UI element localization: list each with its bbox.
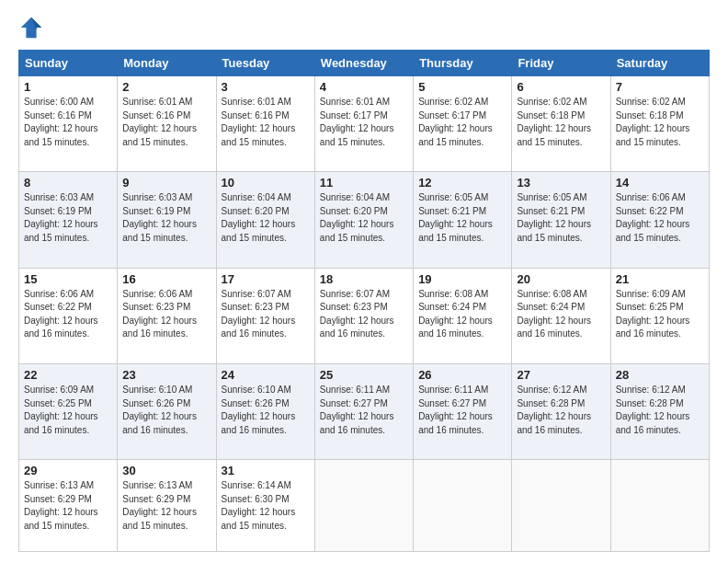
day-number: 2 (122, 80, 210, 94)
day-number: 30 (122, 464, 210, 477)
day-number: 28 (616, 368, 704, 382)
day-number: 13 (517, 176, 605, 190)
day-number: 3 (222, 80, 310, 94)
calendar-cell: 25Sunrise: 6:11 AMSunset: 6:27 PMDayligh… (314, 364, 413, 460)
day-info: Sunrise: 6:04 AMSunset: 6:20 PMDaylight:… (320, 191, 408, 245)
day-info: Sunrise: 6:09 AMSunset: 6:25 PMDaylight:… (24, 384, 112, 437)
day-number: 17 (222, 272, 310, 286)
calendar-cell: 31Sunrise: 6:14 AMSunset: 6:30 PMDayligh… (216, 460, 314, 552)
day-header-wednesday: Wednesday (314, 51, 413, 76)
calendar-cell: 1Sunrise: 6:00 AMSunset: 6:16 PMDaylight… (19, 76, 118, 172)
day-number: 8 (24, 176, 112, 190)
day-number: 5 (418, 80, 506, 94)
day-info: Sunrise: 6:08 AMSunset: 6:24 PMDaylight:… (418, 288, 506, 341)
day-info: Sunrise: 6:02 AMSunset: 6:18 PMDaylight:… (616, 96, 704, 149)
day-number: 22 (24, 368, 112, 382)
calendar-cell: 26Sunrise: 6:11 AMSunset: 6:27 PMDayligh… (414, 364, 512, 460)
calendar-week-2: 8Sunrise: 6:03 AMSunset: 6:19 PMDaylight… (19, 172, 710, 268)
day-number: 31 (222, 464, 310, 477)
day-info: Sunrise: 6:06 AMSunset: 6:23 PMDaylight:… (122, 288, 210, 341)
calendar-week-5: 29Sunrise: 6:13 AMSunset: 6:29 PMDayligh… (19, 460, 710, 552)
day-number: 18 (320, 272, 408, 286)
day-number: 4 (320, 80, 408, 94)
day-number: 24 (222, 368, 310, 382)
calendar-cell (414, 460, 512, 552)
day-header-tuesday: Tuesday (216, 51, 314, 76)
day-info: Sunrise: 6:05 AMSunset: 6:21 PMDaylight:… (517, 191, 605, 245)
calendar-cell: 13Sunrise: 6:05 AMSunset: 6:21 PMDayligh… (512, 172, 610, 268)
day-info: Sunrise: 6:12 AMSunset: 6:28 PMDaylight:… (517, 384, 605, 437)
calendar-cell: 10Sunrise: 6:04 AMSunset: 6:20 PMDayligh… (216, 172, 314, 268)
day-number: 15 (24, 272, 112, 286)
calendar-cell: 7Sunrise: 6:02 AMSunset: 6:18 PMDaylight… (610, 76, 709, 172)
calendar-cell: 28Sunrise: 6:12 AMSunset: 6:28 PMDayligh… (610, 364, 709, 460)
day-info: Sunrise: 6:06 AMSunset: 6:22 PMDaylight:… (616, 191, 704, 245)
calendar-cell: 12Sunrise: 6:05 AMSunset: 6:21 PMDayligh… (414, 172, 512, 268)
calendar-cell: 18Sunrise: 6:07 AMSunset: 6:23 PMDayligh… (314, 268, 413, 363)
day-info: Sunrise: 6:13 AMSunset: 6:29 PMDaylight:… (122, 479, 210, 533)
day-info: Sunrise: 6:09 AMSunset: 6:25 PMDaylight:… (616, 288, 704, 341)
calendar-cell: 6Sunrise: 6:02 AMSunset: 6:18 PMDaylight… (512, 76, 610, 172)
header (18, 15, 710, 40)
calendar-cell: 2Sunrise: 6:01 AMSunset: 6:16 PMDaylight… (118, 76, 216, 172)
calendar-cell: 15Sunrise: 6:06 AMSunset: 6:22 PMDayligh… (19, 268, 118, 363)
calendar-cell: 29Sunrise: 6:13 AMSunset: 6:29 PMDayligh… (19, 460, 118, 552)
day-header-saturday: Saturday (610, 51, 709, 76)
calendar-cell: 11Sunrise: 6:04 AMSunset: 6:20 PMDayligh… (314, 172, 413, 268)
day-info: Sunrise: 6:02 AMSunset: 6:18 PMDaylight:… (517, 96, 605, 149)
calendar-cell: 16Sunrise: 6:06 AMSunset: 6:23 PMDayligh… (118, 268, 216, 363)
day-info: Sunrise: 6:10 AMSunset: 6:26 PMDaylight:… (222, 384, 310, 437)
calendar-cell: 8Sunrise: 6:03 AMSunset: 6:19 PMDaylight… (19, 172, 118, 268)
day-number: 20 (517, 272, 605, 286)
day-header-friday: Friday (512, 51, 610, 76)
day-number: 19 (418, 272, 506, 286)
day-number: 25 (320, 368, 408, 382)
calendar-cell: 27Sunrise: 6:12 AMSunset: 6:28 PMDayligh… (512, 364, 610, 460)
day-info: Sunrise: 6:00 AMSunset: 6:16 PMDaylight:… (24, 96, 112, 149)
day-info: Sunrise: 6:11 AMSunset: 6:27 PMDaylight:… (418, 384, 506, 437)
day-info: Sunrise: 6:03 AMSunset: 6:19 PMDaylight:… (122, 191, 210, 245)
logo (18, 15, 48, 40)
day-header-sunday: Sunday (19, 51, 118, 76)
day-info: Sunrise: 6:01 AMSunset: 6:17 PMDaylight:… (320, 96, 408, 149)
calendar-cell: 4Sunrise: 6:01 AMSunset: 6:17 PMDaylight… (314, 76, 413, 172)
day-info: Sunrise: 6:01 AMSunset: 6:16 PMDaylight:… (122, 96, 210, 149)
calendar-cell: 5Sunrise: 6:02 AMSunset: 6:17 PMDaylight… (414, 76, 512, 172)
day-info: Sunrise: 6:03 AMSunset: 6:19 PMDaylight:… (24, 191, 112, 245)
day-number: 6 (517, 80, 605, 94)
day-info: Sunrise: 6:07 AMSunset: 6:23 PMDaylight:… (222, 288, 310, 341)
calendar-cell (610, 460, 709, 552)
calendar-cell: 23Sunrise: 6:10 AMSunset: 6:26 PMDayligh… (118, 364, 216, 460)
calendar-cell: 17Sunrise: 6:07 AMSunset: 6:23 PMDayligh… (216, 268, 314, 363)
calendar-cell: 21Sunrise: 6:09 AMSunset: 6:25 PMDayligh… (610, 268, 709, 363)
page: SundayMondayTuesdayWednesdayThursdayFrid… (0, 0, 728, 563)
calendar-week-1: 1Sunrise: 6:00 AMSunset: 6:16 PMDaylight… (19, 76, 710, 172)
calendar-cell (512, 460, 610, 552)
calendar-cell (314, 460, 413, 552)
calendar-header-row: SundayMondayTuesdayWednesdayThursdayFrid… (19, 51, 710, 76)
day-header-thursday: Thursday (414, 51, 512, 76)
day-number: 29 (24, 464, 112, 477)
day-number: 21 (616, 272, 704, 286)
logo-icon (18, 15, 44, 40)
calendar-cell: 3Sunrise: 6:01 AMSunset: 6:16 PMDaylight… (216, 76, 314, 172)
day-info: Sunrise: 6:13 AMSunset: 6:29 PMDaylight:… (24, 479, 112, 533)
calendar-cell: 30Sunrise: 6:13 AMSunset: 6:29 PMDayligh… (118, 460, 216, 552)
day-number: 11 (320, 176, 408, 190)
calendar-cell: 14Sunrise: 6:06 AMSunset: 6:22 PMDayligh… (610, 172, 709, 268)
day-number: 12 (418, 176, 506, 190)
day-info: Sunrise: 6:08 AMSunset: 6:24 PMDaylight:… (517, 288, 605, 341)
day-header-monday: Monday (118, 51, 216, 76)
day-info: Sunrise: 6:10 AMSunset: 6:26 PMDaylight:… (122, 384, 210, 437)
day-number: 1 (24, 80, 112, 94)
calendar-cell: 22Sunrise: 6:09 AMSunset: 6:25 PMDayligh… (19, 364, 118, 460)
day-info: Sunrise: 6:01 AMSunset: 6:16 PMDaylight:… (222, 96, 310, 149)
day-number: 16 (122, 272, 210, 286)
calendar-cell: 20Sunrise: 6:08 AMSunset: 6:24 PMDayligh… (512, 268, 610, 363)
calendar-cell: 24Sunrise: 6:10 AMSunset: 6:26 PMDayligh… (216, 364, 314, 460)
day-info: Sunrise: 6:11 AMSunset: 6:27 PMDaylight:… (320, 384, 408, 437)
day-number: 23 (122, 368, 210, 382)
day-number: 7 (616, 80, 704, 94)
day-info: Sunrise: 6:12 AMSunset: 6:28 PMDaylight:… (616, 384, 704, 437)
day-info: Sunrise: 6:07 AMSunset: 6:23 PMDaylight:… (320, 288, 408, 341)
